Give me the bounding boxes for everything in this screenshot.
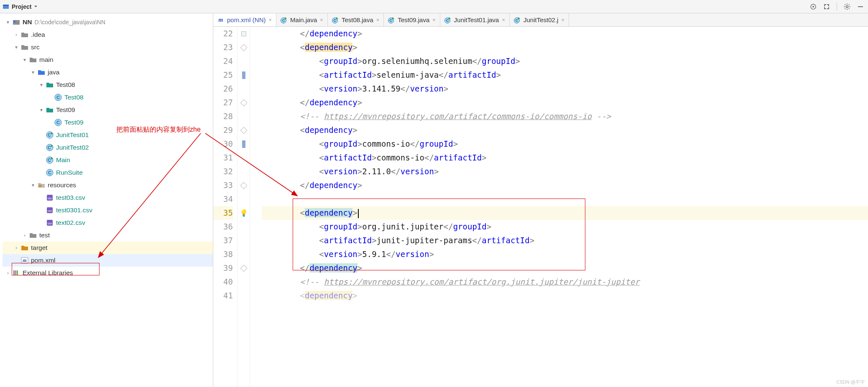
code-line-26[interactable]: <version>3.141.59</version> [262,82,868,96]
label: .idea [31,31,45,38]
class-icon: C [54,94,62,101]
tree-java[interactable]: ▾ java [3,66,213,79]
chevron-down-icon: ▾ [31,182,35,188]
svg-line-43 [99,133,201,257]
svg-text:C: C [282,18,285,23]
chevron-down-icon: ▾ [6,19,10,25]
runnable-class-icon: C [46,144,54,151]
project-label: Project [12,3,31,10]
annotation-arrow-left [96,131,205,265]
csv-icon: csv [46,194,54,201]
close-icon[interactable]: × [561,17,564,23]
marker-column: 💡 [237,27,250,387]
tree-idea[interactable]: › .idea [3,28,213,41]
tab-test08-java[interactable]: CTest08.java× [328,13,384,27]
svg-text:C: C [516,18,518,23]
chevron-right-icon: › [14,32,18,38]
svg-text:C: C [56,120,60,125]
class-run-icon: C [388,17,395,23]
csv-icon: csv [46,206,54,214]
tab-test09-java[interactable]: CTest09.java× [384,13,440,27]
label: src [31,43,40,51]
tab-label: JunitTest02.j [523,16,558,23]
separator [837,3,837,10]
close-icon[interactable]: × [320,17,323,23]
code-line-23[interactable]: <dependency> [262,41,868,54]
expand-button[interactable] [822,2,832,12]
code-line-31[interactable]: <artifactId>commons-io</artifactId> [262,151,868,165]
tab-pom-xml-nn-[interactable]: mpom.xml (NN)× [213,13,276,27]
code-line-22[interactable]: </dependency> [262,27,868,41]
folder-icon [29,232,37,239]
tree-main[interactable]: ▾ main [3,53,213,66]
package-icon [46,81,54,89]
label: Main [56,156,70,164]
resources-folder-icon [38,181,45,189]
svg-text:csv: csv [48,222,52,225]
tree-src[interactable]: ▾ src [3,41,213,53]
code-line-41[interactable]: <dependency> [262,289,868,303]
close-icon[interactable]: × [376,17,380,23]
class-run-icon: C [281,17,287,23]
excluded-folder-icon [21,244,28,252]
code-line-24[interactable]: <groupId>org.seleniumhq.selenium</groupI… [262,54,868,68]
class-icon: C [46,169,54,176]
folder-icon [21,31,28,38]
tab-junittest02-j[interactable]: CJunitTest02.j× [510,13,569,27]
tree-pkg-test09[interactable]: ▾ Test09 [3,104,213,116]
tree-pkg-test08[interactable]: ▾ Test08 [3,79,213,91]
chevron-down-icon: ▾ [14,44,18,50]
class-run-icon: C [444,17,451,23]
close-icon[interactable]: × [502,17,505,23]
label: test [39,232,50,239]
line-gutter: 2223242526272829303132333435363738394041 [213,27,237,387]
chevron-down-icon [34,5,38,8]
chevron-down-icon: ▾ [39,82,43,88]
svg-point-4 [846,5,848,8]
project-dropdown[interactable]: Project [3,3,38,10]
hide-button[interactable] [855,2,865,12]
code-line-32[interactable]: <version>2.11.0</version> [262,165,868,178]
code-line-25[interactable]: <artifactId>selenium-java</artifactId> [262,68,868,82]
runnable-class-icon: C [46,131,54,139]
tree-class-test08[interactable]: C Test08 [3,91,213,104]
svg-rect-20 [39,185,41,187]
svg-text:C: C [390,18,393,23]
tab-main-java[interactable]: CMain.java× [276,13,328,27]
tree-root[interactable]: ▾ NN D:\code\code_java\java\NN [3,16,213,28]
label: Test08 [64,94,84,101]
svg-text:C: C [48,158,51,163]
code-line-27[interactable]: </dependency> [262,96,868,109]
tab-junittest01-java[interactable]: CJunitTest01.java× [440,13,510,27]
watermark: CSDN @不守 [837,379,865,385]
code-line-40[interactable]: <!-- https://mvnrepository.com/artifact/… [262,275,868,289]
module-icon [13,18,20,26]
close-icon[interactable]: × [269,17,272,23]
svg-line-44 [205,133,297,196]
chevron-right-icon: › [14,245,18,251]
svg-text:C: C [446,18,449,23]
svg-text:C: C [48,132,51,137]
settings-button[interactable] [842,2,852,12]
code-line-30[interactable]: <groupId>commons-io</groupId> [262,137,868,151]
tab-label: Test08.java [342,16,373,23]
code-line-29[interactable]: <dependency> [262,123,868,137]
svg-text:C: C [48,145,51,150]
label: Test08 [56,81,75,89]
code-line-28[interactable]: <!-- https://mvnrepository.com/artifact/… [262,109,868,123]
code-line-33[interactable]: </dependency> [262,178,868,192]
svg-text:csv: csv [48,209,52,212]
chevron-right-icon: › [23,232,27,238]
close-icon[interactable]: × [432,17,436,23]
label: JunitTest02 [56,144,89,151]
label: text02.csv [56,219,85,227]
label: resources [48,181,76,189]
chevron-down-icon: ▾ [39,107,43,113]
label: target [31,244,48,252]
maven-icon: m [217,16,224,23]
annotation-box-pom [12,263,100,275]
label: Test09 [56,106,75,114]
tab-label: JunitTest01.java [454,16,499,23]
locate-button[interactable] [808,2,818,12]
svg-rect-5 [858,6,863,7]
